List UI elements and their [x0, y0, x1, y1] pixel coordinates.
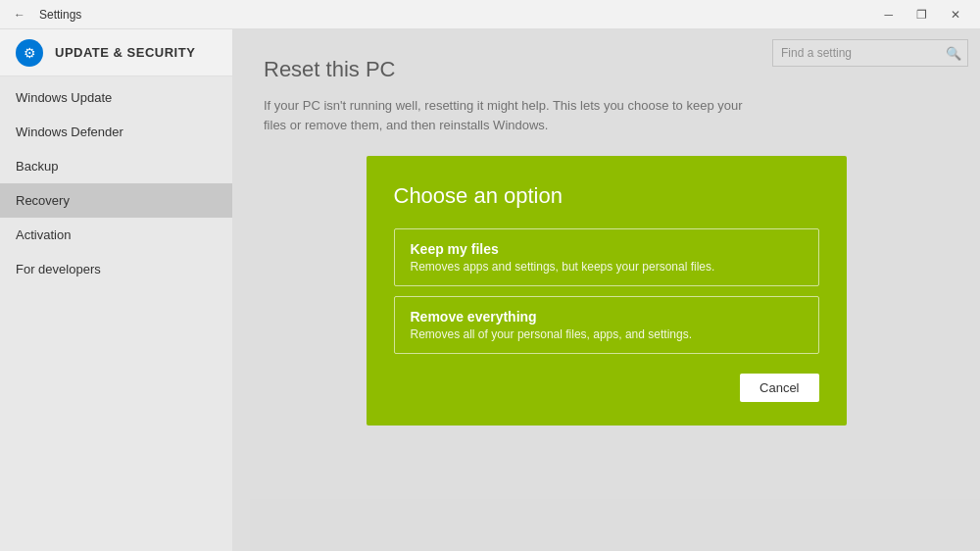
update-security-icon: ⚙	[16, 39, 43, 67]
keep-my-files-option[interactable]: Keep my files Removes apps and settings,…	[394, 228, 819, 286]
title-bar-left: ← Settings	[8, 6, 81, 24]
remove-everything-desc: Removes all of your personal files, apps…	[411, 327, 803, 341]
sidebar-header: ⚙ UPDATE & SECURITY	[0, 29, 232, 76]
title-bar-nav: ←	[8, 6, 31, 24]
keep-my-files-title: Keep my files	[411, 241, 803, 257]
sidebar-item-backup[interactable]: Backup	[0, 149, 232, 183]
keep-my-files-desc: Removes apps and settings, but keeps you…	[411, 260, 803, 274]
header-title: UPDATE & SECURITY	[55, 45, 217, 60]
sidebar-item-windows-defender[interactable]: Windows Defender	[0, 115, 232, 149]
overlay: Choose an option Keep my files Removes a…	[232, 29, 980, 551]
dialog-title: Choose an option	[394, 183, 819, 209]
back-button[interactable]: ←	[8, 6, 31, 24]
title-bar: ← Settings ─ ❐ ✕	[0, 0, 980, 29]
close-button[interactable]: ✕	[939, 0, 972, 29]
sidebar-item-activation[interactable]: Activation	[0, 218, 232, 252]
cancel-button[interactable]: Cancel	[740, 374, 818, 402]
sidebar-nav: Windows Update Windows Defender Backup R…	[0, 80, 232, 286]
dialog: Choose an option Keep my files Removes a…	[367, 156, 847, 426]
main-content: 🔍 Reset this PC If your PC isn't running…	[232, 29, 980, 551]
sidebar-item-for-developers[interactable]: For developers	[0, 252, 232, 286]
app-content: ⚙ UPDATE & SECURITY Windows Update Windo…	[0, 29, 980, 551]
title-bar-title: Settings	[39, 8, 81, 22]
title-bar-controls: ─ ❐ ✕	[872, 0, 972, 29]
sidebar: ⚙ UPDATE & SECURITY Windows Update Windo…	[0, 29, 232, 551]
dialog-footer: Cancel	[394, 374, 819, 402]
remove-everything-title: Remove everything	[411, 309, 803, 325]
sidebar-item-recovery[interactable]: Recovery	[0, 183, 232, 218]
header-icon-symbol: ⚙	[24, 45, 36, 61]
remove-everything-option[interactable]: Remove everything Removes all of your pe…	[394, 296, 819, 354]
restore-button[interactable]: ❐	[905, 0, 939, 29]
sidebar-item-windows-update[interactable]: Windows Update	[0, 80, 232, 115]
minimize-button[interactable]: ─	[872, 0, 905, 29]
